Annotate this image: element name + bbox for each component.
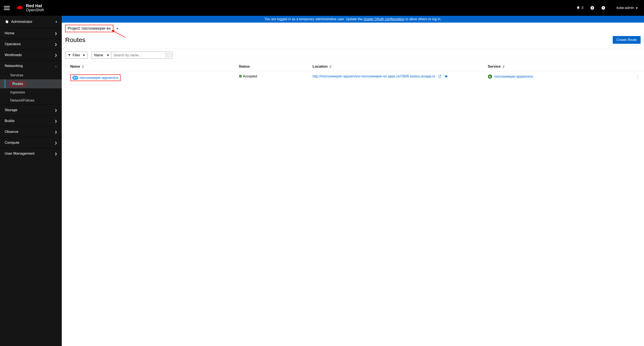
service-name-link[interactable]: microsweeper-appservice bbox=[494, 75, 533, 78]
sidebar-subitem-services[interactable]: Services bbox=[0, 71, 62, 79]
username-label: kube:admin bbox=[616, 6, 634, 10]
svg-point-1 bbox=[18, 6, 22, 8]
info-banner: You are logged in as a temporary adminis… bbox=[62, 16, 644, 23]
sidebar-item-label: Home bbox=[5, 31, 14, 35]
sidebar-item-label: Operators bbox=[5, 42, 21, 46]
status-text: Accepted bbox=[243, 74, 257, 78]
chevron-right-icon: ❯ bbox=[55, 152, 57, 155]
chevron-right-icon: ❯ bbox=[55, 119, 57, 123]
search-shortcut-hint: / bbox=[166, 52, 172, 59]
banner-link[interactable]: cluster OAuth configuration bbox=[364, 17, 405, 21]
column-header-status[interactable]: Status bbox=[234, 62, 308, 71]
slash-key-label: / bbox=[167, 53, 171, 57]
external-link-icon[interactable] bbox=[438, 75, 441, 78]
sort-icon: ⇵ bbox=[329, 65, 332, 68]
main-content: You are logged in as a temporary adminis… bbox=[62, 16, 644, 346]
notifications-button[interactable]: 3 bbox=[576, 6, 583, 10]
table-row: RT microsweeper-appservice Accepted http… bbox=[62, 71, 644, 84]
filter-attribute-select[interactable]: Name ▾ bbox=[91, 52, 112, 59]
menu-toggle-button[interactable] bbox=[4, 5, 10, 11]
chevron-right-icon: ❯ bbox=[55, 130, 57, 133]
brand-line2: OpenShift bbox=[26, 8, 44, 12]
create-route-button[interactable]: Create Route bbox=[613, 36, 640, 44]
caret-down-icon: ▾ bbox=[107, 53, 109, 57]
sidebar-item-label: Networking bbox=[5, 64, 23, 68]
banner-text-prefix: You are logged in as a temporary adminis… bbox=[264, 17, 364, 21]
filter-icon bbox=[68, 54, 71, 57]
sidebar-item-label: Workloads bbox=[5, 53, 22, 57]
banner-text-suffix: to allow others to log in. bbox=[405, 17, 442, 21]
masthead: Red Hat OpenShift 3 ? kube:admin ▾ bbox=[0, 0, 644, 16]
perspective-switcher[interactable]: Administrator ▾ bbox=[0, 16, 62, 28]
sidebar-item-label: Storage bbox=[5, 108, 18, 112]
routes-table: Name⇵ Status Location⇵ Service⇵ RT micro… bbox=[62, 62, 644, 84]
brand-line1: Red Hat bbox=[26, 4, 44, 8]
svg-text:?: ? bbox=[603, 7, 604, 9]
gear-icon bbox=[5, 20, 8, 24]
brand-logo[interactable]: Red Hat OpenShift bbox=[16, 4, 44, 12]
sort-icon: ⇵ bbox=[502, 65, 505, 68]
list-toolbar: Filter ▾ Name ▾ / bbox=[62, 49, 644, 62]
caret-down-icon: ▾ bbox=[56, 20, 57, 24]
help-button[interactable]: ? bbox=[601, 6, 606, 10]
chevron-right-icon: ❯ bbox=[55, 109, 57, 112]
route-name-link[interactable]: microsweeper-appservice bbox=[80, 76, 118, 80]
caret-down-icon: ▾ bbox=[636, 6, 638, 10]
chevron-right-icon: ❯ bbox=[55, 32, 57, 35]
column-header-name[interactable]: Name⇵ bbox=[62, 62, 234, 71]
sidebar-subitem-routes[interactable]: Routes bbox=[0, 79, 62, 88]
sidebar-item-operators[interactable]: Operators ❯ bbox=[0, 39, 62, 50]
user-menu[interactable]: kube:admin ▾ bbox=[616, 6, 638, 10]
column-header-location[interactable]: Location⇵ bbox=[308, 62, 484, 71]
resource-badge-service: S bbox=[488, 74, 492, 79]
sidebar-item-label: Builds bbox=[5, 119, 14, 123]
sidebar-item-label: Observe bbox=[5, 130, 18, 134]
svg-rect-6 bbox=[446, 76, 447, 77]
question-circle-icon: ? bbox=[601, 6, 606, 10]
sidebar-item-label: User Management bbox=[5, 151, 34, 156]
sidebar-item-label: Compute bbox=[5, 140, 20, 145]
filter-dropdown[interactable]: Filter ▾ bbox=[65, 52, 88, 59]
sidebar-item-workloads[interactable]: Workloads ❯ bbox=[0, 50, 62, 60]
notification-count: 3 bbox=[582, 6, 583, 10]
copy-icon[interactable] bbox=[444, 75, 448, 78]
column-header-service[interactable]: Service⇵ bbox=[484, 62, 631, 71]
caret-down-icon: ▾ bbox=[83, 53, 85, 57]
sidebar-subitem-ingresses[interactable]: Ingresses bbox=[0, 88, 62, 96]
page-title: Routes bbox=[65, 36, 86, 44]
resource-badge-route: RT bbox=[72, 76, 78, 80]
chevron-right-icon: ❯ bbox=[55, 54, 57, 57]
check-circle-icon bbox=[239, 74, 242, 78]
sidebar-item-user-management[interactable]: User Management ❯ bbox=[0, 148, 62, 159]
caret-down-icon: ▾ bbox=[117, 27, 118, 30]
sidebar-item-observe[interactable]: Observe ❯ bbox=[0, 126, 62, 137]
filter-label: Filter bbox=[72, 53, 80, 57]
chevron-down-icon: ⌄ bbox=[55, 64, 57, 68]
sidebar-subitem-networkpolicies[interactable]: NetworkPolicies bbox=[0, 96, 62, 104]
redhat-fedora-icon bbox=[16, 5, 24, 11]
project-name: microsweeper-ex bbox=[82, 26, 111, 31]
sidebar-item-compute[interactable]: Compute ❯ bbox=[0, 137, 62, 148]
perspective-label: Administrator bbox=[11, 20, 32, 24]
filter-attribute-label: Name bbox=[94, 53, 103, 57]
sidebar-item-label: Routes bbox=[10, 81, 25, 86]
chevron-right-icon: ❯ bbox=[55, 141, 57, 144]
chevron-right-icon: ❯ bbox=[55, 43, 57, 46]
sidebar-item-storage[interactable]: Storage ❯ bbox=[0, 104, 62, 115]
route-location-link[interactable]: http://microsweeper-appservice-microswee… bbox=[313, 74, 435, 78]
plus-circle-icon bbox=[590, 6, 594, 10]
sidebar: Administrator ▾ Home ❯ Operators ❯ Workl… bbox=[0, 16, 62, 346]
add-button[interactable] bbox=[590, 6, 594, 10]
sidebar-item-networking[interactable]: Networking ⌄ bbox=[0, 60, 62, 71]
search-input[interactable] bbox=[112, 52, 166, 59]
sidebar-item-home[interactable]: Home ❯ bbox=[0, 28, 62, 39]
row-actions-kebab[interactable]: ⋮ bbox=[631, 71, 644, 84]
sort-icon: ⇵ bbox=[82, 65, 84, 68]
sidebar-item-builds[interactable]: Builds ❯ bbox=[0, 115, 62, 126]
bell-icon bbox=[576, 6, 580, 10]
project-label-prefix: Project: bbox=[68, 26, 81, 31]
project-selector[interactable]: Project: microsweeper-ex bbox=[65, 25, 113, 32]
